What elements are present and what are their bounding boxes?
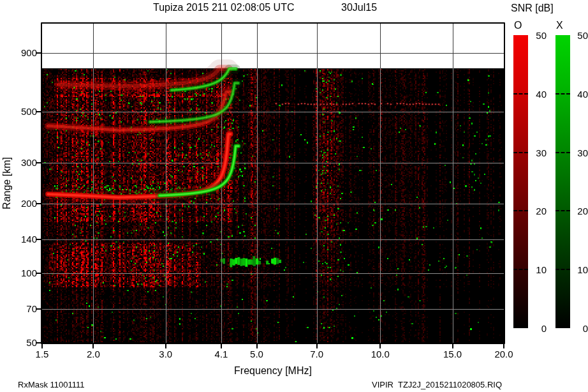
colorbar-tick-dash (513, 210, 528, 211)
x-axis-title: Frequency [MHz] (209, 365, 337, 377)
colorbar-tick-dash (555, 152, 570, 153)
o-mode-colorbar (513, 35, 528, 328)
o-colorbar-tick-label: 10 (530, 264, 547, 275)
o-colorbar-tick-label: 30 (530, 147, 547, 158)
x-tick-label: 3.0 (152, 349, 180, 359)
y-tick-label: 140 (11, 234, 37, 245)
o-colorbar-tick-label: 0 (530, 323, 547, 334)
ionogram-figure: Tupiza 2015 211 02:08:05 UTC 30Jul15 SNR… (0, 0, 588, 392)
y-tick-label: 50 (11, 337, 37, 348)
o-mode-label: O (514, 20, 522, 31)
x-colorbar-tick-label: 20 (571, 206, 588, 216)
x-tick-label: 1.5 (28, 349, 56, 359)
o-colorbar-tick-label: 50 (530, 30, 547, 41)
x-tick-label: 10.0 (366, 349, 394, 359)
ionogram-canvas (0, 0, 588, 392)
x-mode-colorbar (555, 35, 570, 328)
x-tick-label: 7.0 (303, 349, 331, 359)
x-colorbar-tick-label: 0 (571, 323, 588, 334)
x-colorbar-tick-label: 40 (571, 89, 588, 100)
rx-mask-label: RxMask 11001111 (18, 380, 85, 389)
x-colorbar-tick-label: 10 (571, 264, 588, 275)
x-tick-label: 20.0 (490, 349, 518, 359)
plot-title: Tupiza 2015 211 02:08:05 UTC (153, 2, 294, 13)
colorbar-title: SNR [dB] (511, 3, 554, 14)
colorbar-tick-dash (555, 269, 570, 270)
y-tick-label: 70 (11, 303, 37, 314)
y-tick-label: 500 (11, 106, 37, 117)
x-tick-label: 5.0 (243, 349, 271, 359)
x-colorbar-tick-label: 50 (571, 30, 588, 41)
x-tick-label: 15.0 (439, 349, 467, 359)
y-tick-label: 300 (11, 157, 37, 168)
x-tick-label: 2.0 (79, 349, 107, 359)
x-mode-label: X (556, 20, 563, 31)
colorbar-tick-dash (513, 269, 528, 270)
y-tick-label: 900 (11, 47, 37, 58)
colorbar-tick-dash (513, 93, 528, 94)
y-tick-label: 200 (11, 198, 37, 209)
filename-label: VIPIR TZJ2J_2015211020805.RIQ (372, 380, 502, 389)
y-tick-label: 100 (11, 268, 37, 278)
x-colorbar-tick-label: 30 (571, 147, 588, 158)
plot-date: 30Jul15 (341, 2, 377, 13)
o-colorbar-tick-label: 40 (530, 89, 547, 100)
colorbar-tick-dash (513, 152, 528, 153)
y-axis-title: Range [km] (1, 145, 14, 222)
colorbar-tick-dash (555, 210, 570, 211)
o-colorbar-tick-label: 20 (530, 206, 547, 216)
x-tick-label: 4.1 (207, 349, 235, 359)
colorbar-tick-dash (555, 93, 570, 94)
